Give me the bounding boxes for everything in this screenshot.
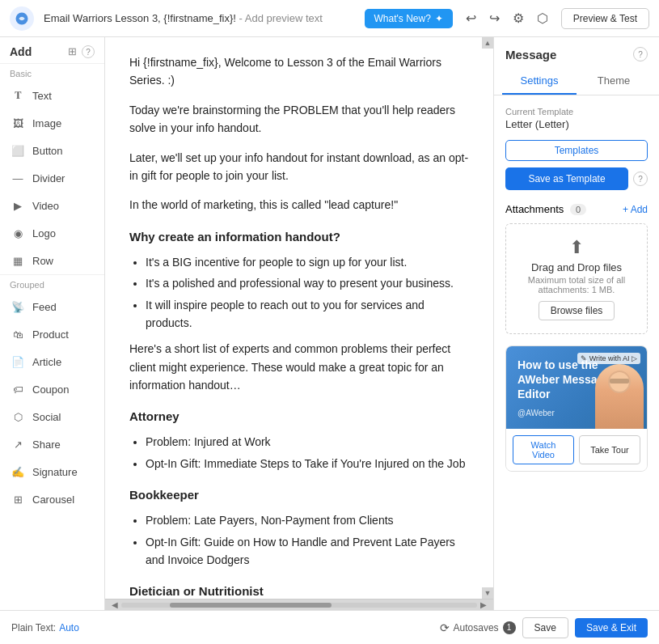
add-attachment-link[interactable]: + Add (623, 204, 648, 215)
scroll-left-arrow[interactable]: ◀ (108, 600, 121, 609)
sidebar-help-icon[interactable]: ? (82, 45, 95, 58)
scroll-thumb[interactable] (170, 603, 332, 608)
right-panel-header: Message ? (494, 37, 659, 68)
right-panel-help-icon[interactable]: ? (633, 47, 648, 61)
save-button[interactable]: Save (522, 617, 568, 638)
preview-test-button[interactable]: Preview & Test (561, 8, 649, 29)
templates-button[interactable]: Templates (505, 140, 648, 161)
attachments-count: 0 (570, 204, 586, 215)
tab-settings[interactable]: Settings (502, 68, 577, 95)
undo-redo-icons: ↩ ↪ ⚙ ⬡ (463, 7, 551, 29)
sidebar-item-product-label: Product (32, 328, 69, 341)
divider-icon: — (10, 170, 26, 186)
video-banner-actions: Watch Video Take Tour (506, 429, 647, 471)
scroll-up-arrow[interactable]: ▲ (482, 37, 493, 49)
drop-zone-title: Drag and Drop files (514, 261, 639, 273)
save-exit-button[interactable]: Save & Exit (575, 618, 648, 638)
sidebar-item-article[interactable]: 📄 Article (0, 348, 104, 375)
email-para1: Today we're brainstorming the PROBLEM th… (129, 101, 469, 138)
bullet-3: It will inspire people to reach out to y… (146, 296, 469, 333)
sidebar-item-signature-label: Signature (32, 466, 78, 478)
upload-icon: ⬆ (514, 237, 639, 258)
bottombar: Plain Text: Auto ⟳ Autosaves 1 Save Save… (0, 610, 659, 644)
sidebar: Add ⊞ ? Basic 𝐓 Text 🖼 Image ⬜ Button — … (0, 37, 105, 610)
scroll-track (121, 603, 477, 608)
signature-icon: ✍ (10, 464, 26, 480)
video-ui-hint: ✎ Write with AI ▷ (577, 353, 640, 364)
watch-video-button[interactable]: Watch Video (513, 435, 574, 464)
video-banner: How to use the AWeber Message Editor @AW… (505, 345, 648, 472)
settings-button[interactable]: ⚙ (509, 7, 527, 29)
save-template-help-icon[interactable]: ? (633, 172, 648, 186)
app-logo[interactable] (10, 6, 34, 31)
save-template-row: Save as Template ? (505, 167, 648, 190)
email-para3: In the world of marketing, this is calle… (129, 196, 469, 214)
attorney-bullet-2: Opt-In Gift: Immediate Steps to Take if … (146, 455, 469, 472)
right-panel: Message ? Settings Theme Current Templat… (493, 37, 659, 610)
bottombar-left: Plain Text: Auto (11, 622, 79, 633)
scroll-right-arrow[interactable]: ▶ (477, 600, 490, 609)
right-panel-body: Current Template Letter (Letter) Templat… (494, 95, 659, 610)
sidebar-item-video[interactable]: ▶ Video (0, 192, 104, 219)
bookkeeper-bullet-2: Opt-In Gift: Guide on How to Handle and … (146, 533, 469, 570)
redo-button[interactable]: ↪ (486, 7, 503, 29)
document-title: Email Warriors Lesson 3, {!firstname_fix… (44, 12, 365, 24)
sidebar-item-social[interactable]: ⬡ Social (0, 403, 104, 430)
sidebar-item-signature[interactable]: ✍ Signature (0, 458, 104, 485)
sidebar-item-text[interactable]: 𝐓 Text (0, 82, 104, 109)
email-content-area: Hi {!firstname_fix}, Welcome to Lesson 3… (105, 37, 493, 610)
carousel-icon: ⊞ (10, 491, 26, 507)
person-shape (595, 364, 644, 429)
email-scroll[interactable]: Hi {!firstname_fix}, Welcome to Lesson 3… (105, 37, 493, 599)
basic-section-title: Basic (0, 63, 104, 82)
sidebar-header-icons: ⊞ ? (68, 45, 95, 58)
bottombar-right: ⟳ Autosaves 1 Save Save & Exit (440, 617, 648, 638)
sidebar-item-row[interactable]: ▦ Row (0, 247, 104, 274)
sidebar-item-button-label: Button (32, 145, 63, 157)
sidebar-item-logo[interactable]: ◉ Logo (0, 219, 104, 247)
topbar: Email Warriors Lesson 3, {!firstname_fix… (0, 0, 659, 37)
autosaves-label: Autosaves (454, 622, 499, 633)
bullet-2: It's a polished and professional way to … (146, 274, 469, 292)
sidebar-icon-1[interactable]: ⊞ (68, 45, 77, 58)
sidebar-item-image[interactable]: 🖼 Image (0, 109, 104, 137)
main-layout: Add ⊞ ? Basic 𝐓 Text 🖼 Image ⬜ Button — … (0, 37, 659, 610)
browse-files-button[interactable]: Browse files (539, 301, 615, 320)
sidebar-item-divider[interactable]: — Divider (0, 164, 104, 192)
sidebar-item-feed[interactable]: 📡 Feed (0, 293, 104, 320)
sidebar-item-image-label: Image (32, 117, 61, 129)
share-icon: ↗ (10, 436, 26, 452)
whats-new-button[interactable]: What's New? ✦ (365, 9, 453, 28)
video-banner-person (595, 364, 644, 429)
sidebar-item-carousel-label: Carousel (32, 494, 74, 506)
sidebar-item-product[interactable]: 🛍 Product (0, 320, 104, 348)
autosaves-badge: 1 (503, 621, 516, 634)
auto-link[interactable]: Auto (59, 622, 79, 633)
scroll-down-arrow[interactable]: ▼ (482, 587, 493, 599)
sidebar-item-share[interactable]: ↗ Share (0, 430, 104, 458)
sidebar-item-article-label: Article (32, 356, 61, 368)
video-icon: ▶ (10, 197, 26, 214)
sidebar-item-divider-label: Divider (32, 172, 65, 184)
image-icon: 🖼 (10, 115, 26, 131)
take-tour-button[interactable]: Take Tour (579, 435, 640, 464)
autosaves-button[interactable]: ⟳ Autosaves 1 (440, 621, 516, 634)
sidebar-item-button[interactable]: ⬜ Button (0, 137, 104, 164)
sidebar-item-carousel[interactable]: ⊞ Carousel (0, 485, 104, 513)
sidebar-header: Add ⊞ ? (0, 37, 104, 63)
current-template-label: Current Template (505, 107, 648, 117)
drop-zone[interactable]: ⬆ Drag and Drop files Maximum total size… (505, 223, 648, 334)
sidebar-item-text-label: Text (32, 90, 52, 102)
horizontal-scrollbar[interactable]: ◀ ▶ (105, 599, 493, 610)
dietitian-heading: Dietician or Nutritionist (129, 582, 469, 599)
right-panel-tabs: Settings Theme (494, 68, 659, 95)
save-template-button[interactable]: Save as Template (505, 167, 628, 190)
sidebar-item-coupon[interactable]: 🏷 Coupon (0, 375, 104, 403)
attorney-bullet-1: Problem: Injured at Work (146, 433, 469, 451)
autosave-icon: ⟳ (440, 621, 450, 634)
undo-button[interactable]: ↩ (463, 7, 479, 29)
integrations-button[interactable]: ⬡ (534, 7, 551, 29)
tab-theme[interactable]: Theme (577, 68, 651, 95)
sidebar-item-feed-label: Feed (32, 301, 57, 313)
sidebar-item-share-label: Share (32, 439, 61, 451)
